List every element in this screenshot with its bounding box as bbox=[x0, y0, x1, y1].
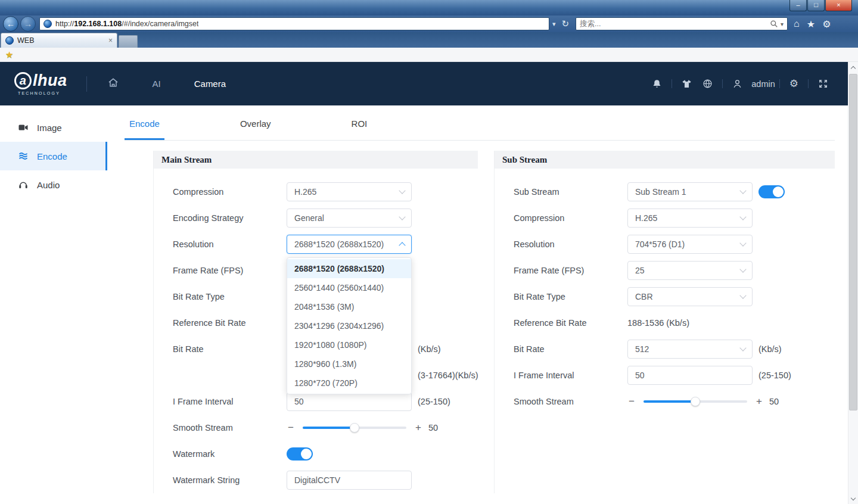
field-label: I Frame Interval bbox=[154, 397, 287, 406]
site-favicon-icon bbox=[43, 20, 52, 28]
back-button[interactable]: ← bbox=[3, 16, 18, 32]
nav-item-ai[interactable]: AI bbox=[153, 79, 161, 89]
sidebar-item-audio[interactable]: Audio bbox=[0, 170, 107, 199]
nav-item-camera[interactable]: Camera bbox=[194, 79, 226, 89]
forward-button[interactable]: → bbox=[20, 16, 36, 32]
add-favorite-icon[interactable]: ★ bbox=[5, 49, 13, 60]
search-input[interactable] bbox=[580, 20, 770, 28]
chevron-down-icon bbox=[851, 495, 856, 500]
dropdown-option[interactable]: 2560*1440 (2560x1440) bbox=[287, 278, 411, 297]
settings-gear-icon[interactable]: ⚙ bbox=[789, 77, 798, 90]
browser-tab[interactable]: WEB × bbox=[1, 33, 117, 48]
smooth-stream-slider[interactable] bbox=[644, 400, 747, 403]
tab-close-icon[interactable]: × bbox=[108, 36, 113, 45]
sub-stream-select[interactable]: Sub Stream 1 bbox=[627, 182, 753, 201]
row-resolution: Resolution 704*576 (D1) bbox=[495, 231, 835, 257]
header-divider bbox=[808, 79, 809, 88]
search-caret-icon[interactable]: ▾ bbox=[781, 21, 784, 27]
scrollbar-thumb[interactable] bbox=[849, 74, 857, 410]
tools-gear-icon[interactable]: ⚙ bbox=[822, 18, 831, 30]
dropdown-option[interactable]: 2304*1296 (2304x1296) bbox=[287, 316, 411, 335]
field-label: Compression bbox=[495, 213, 627, 223]
restore-button[interactable]: □ bbox=[807, 0, 825, 11]
language-globe-icon[interactable] bbox=[702, 79, 713, 89]
chevron-up-icon bbox=[399, 242, 405, 248]
header-divider bbox=[672, 79, 672, 88]
slider-minus-icon[interactable]: − bbox=[627, 396, 636, 407]
page-scrollbar[interactable] bbox=[848, 62, 858, 504]
watermark-toggle[interactable] bbox=[287, 447, 313, 461]
dropdown-option[interactable]: 2688*1520 (2688x1520) bbox=[287, 259, 411, 278]
watermark-string-input[interactable] bbox=[287, 471, 412, 490]
encoding-strategy-select[interactable]: General bbox=[287, 209, 412, 228]
field-label: Frame Rate (FPS) bbox=[495, 266, 627, 275]
resolution-select[interactable]: 2688*1520 (2688x1520) bbox=[287, 235, 412, 254]
i-frame-interval-input[interactable] bbox=[627, 366, 753, 385]
favorites-star-icon[interactable]: ★ bbox=[807, 18, 815, 30]
field-label: Sub Stream bbox=[495, 187, 627, 197]
smooth-stream-slider[interactable] bbox=[303, 427, 406, 429]
field-label: Compression bbox=[154, 187, 287, 197]
tab-encode[interactable]: Encode bbox=[125, 119, 164, 140]
compression-select[interactable]: H.265 bbox=[287, 182, 412, 201]
panel-title: Sub Stream bbox=[495, 151, 835, 169]
chevron-down-icon bbox=[739, 266, 746, 272]
slider-minus-icon[interactable]: − bbox=[287, 422, 295, 434]
main-stream-body: Compression H.265 Encoding Strategy Gene… bbox=[154, 169, 478, 493]
address-bar[interactable]: http://192.168.1.108/#/index/camera/imgs… bbox=[39, 17, 549, 30]
scroll-up-button[interactable] bbox=[848, 62, 858, 73]
row-bit-rate: Bit Rate 512(Kb/s) bbox=[495, 336, 835, 362]
resolution-select[interactable]: 704*576 (D1) bbox=[627, 235, 753, 254]
logo-text: alhua bbox=[14, 72, 67, 89]
row-sub-stream: Sub Stream Sub Stream 1 bbox=[495, 179, 835, 205]
headphones-icon bbox=[18, 179, 29, 190]
select-value: 2688*1520 (2688x1520) bbox=[294, 239, 384, 249]
compression-select[interactable]: H.265 bbox=[627, 209, 753, 228]
favorites-bar: ★ bbox=[0, 48, 858, 62]
minimize-button[interactable]: – bbox=[789, 0, 807, 11]
fullscreen-icon[interactable] bbox=[818, 79, 828, 89]
search-icon[interactable] bbox=[770, 20, 778, 28]
slider-thumb[interactable] bbox=[350, 423, 359, 433]
autocomplete-caret-icon[interactable]: ▾ bbox=[549, 20, 559, 28]
i-frame-range: (25-150) bbox=[418, 397, 450, 406]
close-button[interactable]: × bbox=[825, 0, 852, 11]
skin-tshirt-icon[interactable] bbox=[682, 79, 692, 89]
scroll-down-button[interactable] bbox=[848, 493, 858, 504]
layers-icon bbox=[18, 151, 29, 161]
slider-plus-icon[interactable]: + bbox=[755, 396, 763, 407]
encode-tabbar: Encode Overlay ROI bbox=[125, 105, 835, 141]
username-label[interactable]: admin bbox=[751, 79, 775, 89]
i-frame-interval-input[interactable] bbox=[287, 392, 412, 411]
sub-stream-enable-toggle[interactable] bbox=[758, 185, 785, 198]
sidebar-item-image[interactable]: Image bbox=[0, 113, 107, 142]
bit-rate-select[interactable]: 512 bbox=[627, 340, 753, 359]
window-controls: – □ × bbox=[789, 0, 852, 11]
app-header: alhua TECHNOLOGY AI Camera admin bbox=[0, 62, 848, 105]
smooth-stream-value: 50 bbox=[769, 397, 779, 406]
slider-thumb[interactable] bbox=[691, 397, 700, 406]
user-icon[interactable] bbox=[732, 79, 742, 89]
new-tab-stub[interactable] bbox=[119, 35, 138, 48]
select-value: H.265 bbox=[635, 213, 657, 223]
sidebar-item-encode[interactable]: Encode bbox=[0, 142, 107, 170]
dropdown-option[interactable]: 2048*1536 (3M) bbox=[287, 297, 411, 316]
frame-rate-select[interactable]: 25 bbox=[627, 261, 753, 280]
dropdown-option[interactable]: 1280*960 (1.3M) bbox=[287, 354, 411, 374]
dropdown-option[interactable]: 1280*720 (720P) bbox=[287, 374, 411, 393]
row-compression: Compression H.265 bbox=[495, 205, 835, 231]
bit-rate-type-select[interactable]: CBR bbox=[627, 287, 753, 306]
sidebar-item-label: Image bbox=[37, 123, 62, 133]
tab-roi[interactable]: ROI bbox=[347, 119, 372, 140]
nav-home-icon[interactable] bbox=[107, 77, 119, 91]
search-box: ▾ bbox=[576, 17, 788, 30]
refresh-icon[interactable]: ↻ bbox=[559, 18, 573, 29]
bell-icon[interactable] bbox=[652, 79, 662, 89]
select-value: Sub Stream 1 bbox=[635, 187, 686, 197]
dropdown-option[interactable]: 1920*1080 (1080P) bbox=[287, 335, 411, 354]
home-icon[interactable]: ⌂ bbox=[794, 18, 800, 29]
chevron-down-icon bbox=[739, 213, 746, 220]
sub-stream-panel: Sub Stream Sub Stream Sub Stream 1 Compr… bbox=[494, 151, 835, 493]
tab-overlay[interactable]: Overlay bbox=[235, 119, 276, 140]
slider-plus-icon[interactable]: + bbox=[414, 422, 422, 434]
